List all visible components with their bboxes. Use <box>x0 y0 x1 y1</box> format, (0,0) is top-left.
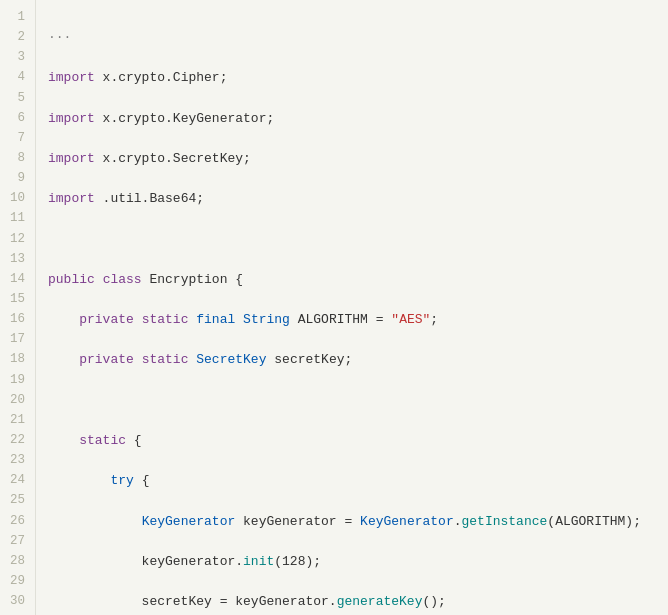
code-line-3: import x.crypto.KeyGenerator; <box>48 109 656 129</box>
code-line-12: try { <box>48 471 656 491</box>
code-line-7: public class Encryption { <box>48 270 656 290</box>
code-line-6 <box>48 230 656 250</box>
code-content: ··· import x.crypto.Cipher; import x.cry… <box>36 0 668 615</box>
code-line-8: private static final String ALGORITHM = … <box>48 310 656 330</box>
code-line-14: keyGenerator.init(128); <box>48 552 656 572</box>
code-line-5: import .util.Base64; <box>48 189 656 209</box>
code-line-4: import x.crypto.SecretKey; <box>48 149 656 169</box>
code-line-1: ··· <box>48 28 656 48</box>
code-line-9: private static SecretKey secretKey; <box>48 350 656 370</box>
code-line-10 <box>48 391 656 411</box>
code-line-13: KeyGenerator keyGenerator = KeyGenerator… <box>48 512 656 532</box>
code-line-15: secretKey = keyGenerator.generateKey(); <box>48 592 656 612</box>
code-line-11: static { <box>48 431 656 451</box>
code-viewer: 1 2 3 4 5 6 7 8 9 10 11 12 13 14 15 16 1… <box>0 0 668 615</box>
code-line-2: import x.crypto.Cipher; <box>48 68 656 88</box>
line-numbers: 1 2 3 4 5 6 7 8 9 10 11 12 13 14 15 16 1… <box>0 0 36 615</box>
